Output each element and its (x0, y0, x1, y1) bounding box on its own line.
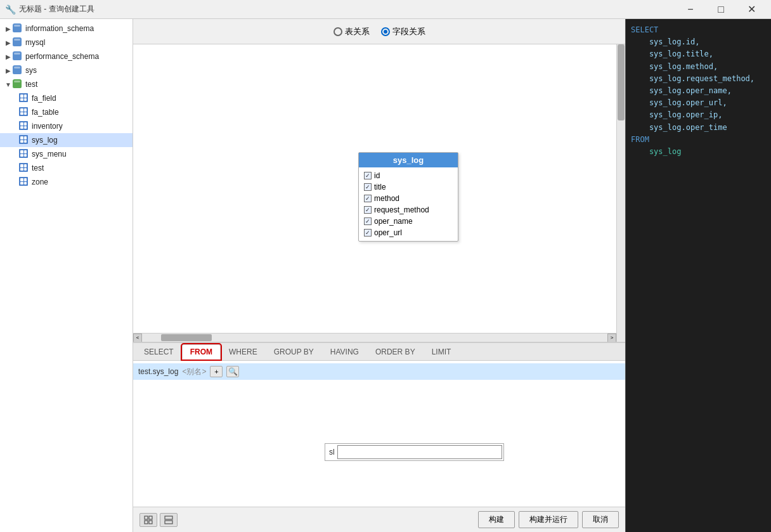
radio-circle-field (381, 27, 390, 36)
close-button[interactable]: ✕ (737, 0, 766, 19)
table-icon (19, 177, 29, 187)
svg-rect-1 (149, 516, 152, 519)
table-node-row[interactable]: ✓ id (359, 170, 458, 181)
field-checkbox-request_method[interactable]: ✓ (364, 206, 372, 214)
build-button[interactable]: 构建 (478, 511, 515, 528)
maximize-button[interactable]: □ (706, 0, 735, 19)
db-icon-test (13, 79, 23, 89)
tab-limit[interactable]: LIMIT (424, 344, 460, 360)
build-run-button[interactable]: 构建并运行 (519, 511, 578, 528)
field-name-oper_name: oper_name (374, 217, 413, 226)
table-node-row[interactable]: ✓ request_method (359, 204, 458, 216)
radio-group: 表关系 字段关系 (334, 26, 425, 37)
canvas-area: sys_log ✓ id ✓ title ✓ method (133, 44, 625, 342)
table-label: fa_field (32, 94, 56, 103)
footer: 构建 构建并运行 取消 (133, 507, 625, 532)
table-node-sys_log: sys_log ✓ id ✓ title ✓ method (358, 152, 458, 242)
tab-where[interactable]: WHERE (221, 344, 266, 360)
table-label: fa_table (32, 108, 59, 117)
autocomplete-box: sl (325, 443, 504, 461)
sidebar-item-fa_field[interactable]: fa_field (0, 91, 133, 105)
sidebar-label: test (25, 80, 37, 89)
table-node-row[interactable]: ✓ title (359, 181, 458, 193)
tab-group-by[interactable]: GROUP BY (266, 344, 322, 360)
table-node-row[interactable]: ✓ method (359, 193, 458, 204)
radio-field-relation[interactable]: 字段关系 (381, 26, 425, 37)
radio-table-relation[interactable]: 表关系 (334, 26, 370, 37)
table-label: inventory (32, 122, 63, 131)
sidebar-item-fa_table[interactable]: fa_table (0, 105, 133, 119)
minimize-button[interactable]: − (676, 0, 705, 19)
tree-toggle: ▶ (4, 66, 13, 75)
sidebar-item-sys_menu[interactable]: sys_menu (0, 147, 133, 161)
from-search-btn[interactable]: 🔍 (226, 366, 239, 377)
field-checkbox-title[interactable]: ✓ (364, 183, 372, 191)
table-label: zone (32, 178, 48, 186)
sql-line-8: sys_log.oper_time (631, 122, 766, 134)
scrollbar-thumb-v (618, 44, 625, 120)
table-label: sys_log (32, 136, 58, 145)
table-icon (19, 121, 29, 131)
table-node-row[interactable]: ✓ oper_name (359, 216, 458, 227)
scroll-left-btn[interactable]: < (133, 334, 142, 342)
table-icon (19, 107, 29, 117)
svg-rect-2 (145, 521, 148, 524)
sidebar-item-test-table[interactable]: test (0, 161, 133, 175)
table-node-row[interactable]: ✓ oper_url (359, 227, 458, 238)
sidebar-item-performance_schema[interactable]: ▶ performance_schema (0, 49, 133, 63)
svg-rect-5 (165, 521, 172, 524)
from-alias-label: <别名> (182, 367, 206, 377)
canvas-scrollbar-v[interactable] (616, 44, 625, 342)
sql-line-3: sys_log.method, (631, 61, 766, 73)
tab-select[interactable]: SELECT (136, 344, 182, 360)
field-name-oper_url: oper_url (374, 228, 402, 237)
autocomplete-input[interactable] (337, 445, 502, 459)
sql-line-1: sys_log.id, (631, 36, 766, 48)
tab-order-by[interactable]: ORDER BY (367, 344, 424, 360)
sidebar-item-mysql[interactable]: ▶ mysql (0, 36, 133, 49)
field-name-id: id (374, 171, 380, 180)
footer-right: 构建 构建并运行 取消 (478, 511, 619, 528)
sidebar-label: sys (25, 66, 37, 75)
sql-tabs: SELECT FROM WHERE GROUP BY HAVING ORDER … (133, 343, 625, 361)
layout-icon (164, 516, 173, 524)
scroll-thumb-h (161, 334, 212, 341)
scroll-right-btn[interactable]: > (607, 334, 616, 342)
table-label: test (32, 164, 44, 172)
field-checkbox-id[interactable]: ✓ (364, 172, 372, 179)
table-name: sys_log (393, 155, 424, 165)
bottom-area: SELECT FROM WHERE GROUP BY HAVING ORDER … (133, 342, 625, 507)
field-checkbox-oper_url[interactable]: ✓ (364, 229, 372, 237)
sidebar-item-information_schema[interactable]: ▶ information_schema (0, 22, 133, 36)
sidebar-item-test[interactable]: ▼ test (0, 77, 133, 91)
sql-line-2: sys_log.title, (631, 48, 766, 60)
footer-btn-2[interactable] (160, 513, 178, 527)
sidebar-item-inventory[interactable]: inventory (0, 119, 133, 133)
field-name-method: method (374, 194, 399, 203)
grid-icon (144, 516, 153, 524)
tab-from[interactable]: FROM (182, 344, 221, 360)
autocomplete-prefix: sl (327, 446, 337, 458)
sql-line-4: sys_log.request_method, (631, 73, 766, 85)
titlebar: 🔧 无标题 - 查询创建工具 − □ ✕ (0, 0, 771, 19)
footer-btn-1[interactable] (139, 513, 157, 527)
sidebar-item-sys[interactable]: ▶ sys (0, 63, 133, 77)
sql-line-5: sys_log.oper_name, (631, 85, 766, 97)
field-checkbox-method[interactable]: ✓ (364, 195, 372, 202)
sql-line-table: sys_log (631, 146, 766, 158)
app-icon: 🔧 (5, 4, 15, 15)
sql-line-6: sys_log.oper_url, (631, 97, 766, 109)
titlebar-title: 无标题 - 查询创建工具 (19, 4, 676, 15)
sidebar-item-zone[interactable]: zone (0, 175, 133, 189)
field-checkbox-oper_name[interactable]: ✓ (364, 217, 372, 225)
sidebar: ▶ information_schema ▶ mysql ▶ performan… (0, 19, 133, 532)
footer-left (139, 513, 178, 527)
canvas-scrollbar-h[interactable]: < > (133, 333, 616, 342)
from-add-btn[interactable]: + (210, 366, 223, 377)
tree-toggle: ▶ (4, 52, 13, 61)
from-table-label: test.sys_log (138, 367, 178, 376)
tab-having[interactable]: HAVING (322, 344, 367, 360)
sidebar-label: performance_schema (25, 52, 99, 61)
cancel-button[interactable]: 取消 (582, 511, 619, 528)
sidebar-item-sys_log[interactable]: sys_log (0, 133, 133, 147)
